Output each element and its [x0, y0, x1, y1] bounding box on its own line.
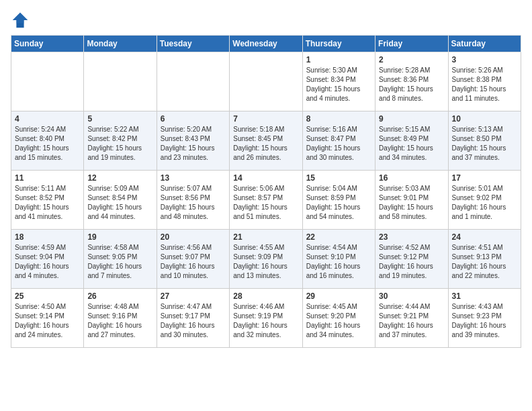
day-number: 26 — [87, 291, 152, 301]
day-info: Sunrise: 5:16 AM Sunset: 8:47 PM Dayligh… — [306, 125, 371, 163]
day-info: Sunrise: 4:58 AM Sunset: 9:05 PM Dayligh… — [87, 243, 152, 281]
day-info: Sunrise: 4:52 AM Sunset: 9:12 PM Dayligh… — [379, 243, 444, 281]
day-info: Sunrise: 5:01 AM Sunset: 9:02 PM Dayligh… — [452, 184, 517, 222]
day-info: Sunrise: 5:09 AM Sunset: 8:54 PM Dayligh… — [87, 184, 152, 222]
calendar-week-row: 11Sunrise: 5:11 AM Sunset: 8:52 PM Dayli… — [11, 171, 521, 230]
calendar-cell: 14Sunrise: 5:06 AM Sunset: 8:57 PM Dayli… — [230, 171, 302, 230]
day-number: 22 — [306, 232, 371, 242]
calendar-cell: 15Sunrise: 5:04 AM Sunset: 8:59 PM Dayli… — [302, 171, 375, 230]
day-number: 17 — [452, 173, 517, 183]
calendar-cell: 30Sunrise: 4:44 AM Sunset: 9:21 PM Dayli… — [375, 289, 448, 348]
calendar-week-row: 25Sunrise: 4:50 AM Sunset: 9:14 PM Dayli… — [11, 289, 521, 348]
day-info: Sunrise: 5:24 AM Sunset: 8:40 PM Dayligh… — [15, 125, 80, 163]
day-info: Sunrise: 5:30 AM Sunset: 8:34 PM Dayligh… — [306, 66, 371, 103]
calendar-cell: 28Sunrise: 4:46 AM Sunset: 9:19 PM Dayli… — [230, 289, 302, 348]
calendar-cell: 5Sunrise: 5:22 AM Sunset: 8:42 PM Daylig… — [84, 111, 157, 171]
calendar-cell — [84, 52, 157, 111]
calendar-cell — [11, 52, 84, 111]
svg-marker-1 — [13, 13, 28, 24]
day-number: 15 — [306, 173, 371, 183]
calendar-week-row: 18Sunrise: 4:59 AM Sunset: 9:04 PM Dayli… — [11, 230, 521, 289]
calendar-cell: 27Sunrise: 4:47 AM Sunset: 9:17 PM Dayli… — [157, 289, 229, 348]
day-number: 1 — [306, 55, 371, 64]
calendar-cell: 7Sunrise: 5:18 AM Sunset: 8:45 PM Daylig… — [230, 111, 302, 171]
calendar-cell: 18Sunrise: 4:59 AM Sunset: 9:04 PM Dayli… — [11, 230, 84, 289]
day-info: Sunrise: 4:46 AM Sunset: 9:19 PM Dayligh… — [233, 302, 298, 340]
day-number: 28 — [233, 291, 298, 301]
day-info: Sunrise: 4:45 AM Sunset: 9:20 PM Dayligh… — [306, 302, 371, 340]
day-number: 3 — [452, 55, 517, 64]
day-number: 4 — [15, 114, 80, 124]
day-number: 31 — [452, 291, 517, 301]
calendar-cell: 26Sunrise: 4:48 AM Sunset: 9:16 PM Dayli… — [84, 289, 157, 348]
weekday-header: Thursday — [302, 36, 375, 52]
day-number: 27 — [161, 291, 226, 301]
calendar-cell: 23Sunrise: 4:52 AM Sunset: 9:12 PM Dayli… — [375, 230, 448, 289]
day-info: Sunrise: 5:20 AM Sunset: 8:43 PM Dayligh… — [161, 125, 226, 163]
day-info: Sunrise: 4:47 AM Sunset: 9:17 PM Dayligh… — [161, 302, 226, 340]
day-number: 5 — [87, 114, 152, 124]
calendar-cell: 13Sunrise: 5:07 AM Sunset: 8:56 PM Dayli… — [157, 171, 229, 230]
day-info: Sunrise: 5:06 AM Sunset: 8:57 PM Dayligh… — [233, 184, 298, 222]
calendar-cell: 16Sunrise: 5:03 AM Sunset: 9:01 PM Dayli… — [375, 171, 448, 230]
day-info: Sunrise: 5:28 AM Sunset: 8:36 PM Dayligh… — [379, 66, 444, 103]
calendar-cell: 20Sunrise: 4:56 AM Sunset: 9:07 PM Dayli… — [157, 230, 229, 289]
day-info: Sunrise: 4:59 AM Sunset: 9:04 PM Dayligh… — [15, 243, 80, 281]
calendar-cell: 22Sunrise: 4:54 AM Sunset: 9:10 PM Dayli… — [302, 230, 375, 289]
day-info: Sunrise: 4:56 AM Sunset: 9:07 PM Dayligh… — [161, 243, 226, 281]
weekday-header: Monday — [84, 36, 157, 52]
day-info: Sunrise: 4:55 AM Sunset: 9:09 PM Dayligh… — [233, 243, 298, 281]
day-number: 19 — [87, 232, 152, 242]
logo — [11, 11, 32, 30]
day-number: 24 — [452, 232, 517, 242]
day-number: 29 — [306, 291, 371, 301]
calendar-cell — [157, 52, 229, 111]
day-info: Sunrise: 5:04 AM Sunset: 8:59 PM Dayligh… — [306, 184, 371, 222]
day-info: Sunrise: 5:03 AM Sunset: 9:01 PM Dayligh… — [379, 184, 444, 222]
day-info: Sunrise: 5:18 AM Sunset: 8:45 PM Dayligh… — [233, 125, 298, 163]
day-number: 12 — [87, 173, 152, 183]
day-info: Sunrise: 4:43 AM Sunset: 9:23 PM Dayligh… — [452, 302, 517, 340]
weekday-header: Tuesday — [157, 36, 229, 52]
day-number: 13 — [161, 173, 226, 183]
day-number: 2 — [379, 55, 444, 64]
calendar-cell: 31Sunrise: 4:43 AM Sunset: 9:23 PM Dayli… — [448, 289, 521, 348]
logo-icon — [11, 11, 30, 30]
calendar-cell: 21Sunrise: 4:55 AM Sunset: 9:09 PM Dayli… — [230, 230, 302, 289]
day-info: Sunrise: 5:15 AM Sunset: 8:49 PM Dayligh… — [379, 125, 444, 163]
day-number: 9 — [379, 114, 444, 124]
day-info: Sunrise: 5:26 AM Sunset: 8:38 PM Dayligh… — [452, 66, 517, 103]
day-info: Sunrise: 4:44 AM Sunset: 9:21 PM Dayligh… — [379, 302, 444, 340]
calendar-cell: 9Sunrise: 5:15 AM Sunset: 8:49 PM Daylig… — [375, 111, 448, 171]
weekday-header: Friday — [375, 36, 448, 52]
day-info: Sunrise: 4:54 AM Sunset: 9:10 PM Dayligh… — [306, 243, 371, 281]
calendar-week-row: 1Sunrise: 5:30 AM Sunset: 8:34 PM Daylig… — [11, 52, 521, 111]
calendar-cell: 25Sunrise: 4:50 AM Sunset: 9:14 PM Dayli… — [11, 289, 84, 348]
weekday-header: Saturday — [448, 36, 521, 52]
weekday-header: Sunday — [11, 36, 84, 52]
day-number: 7 — [233, 114, 298, 124]
day-number: 8 — [306, 114, 371, 124]
calendar-cell: 1Sunrise: 5:30 AM Sunset: 8:34 PM Daylig… — [302, 52, 375, 111]
calendar-table: SundayMondayTuesdayWednesdayThursdayFrid… — [11, 35, 521, 348]
day-info: Sunrise: 5:22 AM Sunset: 8:42 PM Dayligh… — [87, 125, 152, 163]
day-number: 11 — [15, 173, 80, 183]
calendar-cell: 8Sunrise: 5:16 AM Sunset: 8:47 PM Daylig… — [302, 111, 375, 171]
day-info: Sunrise: 5:11 AM Sunset: 8:52 PM Dayligh… — [15, 184, 80, 222]
header-row: SundayMondayTuesdayWednesdayThursdayFrid… — [11, 36, 521, 52]
calendar-cell: 10Sunrise: 5:13 AM Sunset: 8:50 PM Dayli… — [448, 111, 521, 171]
weekday-header: Wednesday — [230, 36, 302, 52]
calendar-cell — [230, 52, 302, 111]
day-number: 20 — [161, 232, 226, 242]
calendar-cell: 6Sunrise: 5:20 AM Sunset: 8:43 PM Daylig… — [157, 111, 229, 171]
calendar-cell: 17Sunrise: 5:01 AM Sunset: 9:02 PM Dayli… — [448, 171, 521, 230]
calendar-cell: 3Sunrise: 5:26 AM Sunset: 8:38 PM Daylig… — [448, 52, 521, 111]
calendar-cell: 2Sunrise: 5:28 AM Sunset: 8:36 PM Daylig… — [375, 52, 448, 111]
calendar-cell: 29Sunrise: 4:45 AM Sunset: 9:20 PM Dayli… — [302, 289, 375, 348]
day-info: Sunrise: 4:48 AM Sunset: 9:16 PM Dayligh… — [87, 302, 152, 340]
day-number: 23 — [379, 232, 444, 242]
day-info: Sunrise: 4:50 AM Sunset: 9:14 PM Dayligh… — [15, 302, 80, 340]
calendar-cell: 19Sunrise: 4:58 AM Sunset: 9:05 PM Dayli… — [84, 230, 157, 289]
day-info: Sunrise: 4:51 AM Sunset: 9:13 PM Dayligh… — [452, 243, 517, 281]
day-number: 30 — [379, 291, 444, 301]
